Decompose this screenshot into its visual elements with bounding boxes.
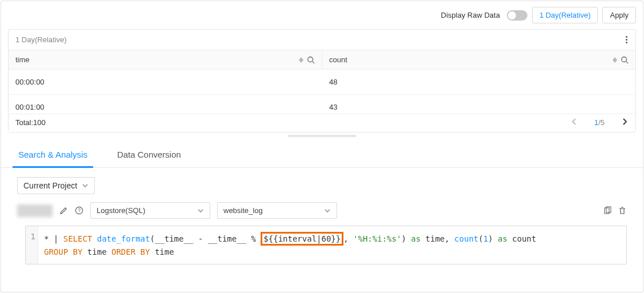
pager-prev-icon[interactable] bbox=[570, 118, 578, 127]
logstore-select[interactable]: Logstore(SQL) bbox=[90, 202, 210, 219]
help-icon[interactable]: ? bbox=[75, 206, 83, 215]
svg-text:?: ? bbox=[78, 207, 81, 213]
results-panel: 1 Day(Relative) time count bbox=[8, 29, 636, 133]
svg-line-1 bbox=[313, 61, 315, 63]
resize-handle[interactable] bbox=[1, 133, 643, 139]
sql-editor[interactable]: 1 * | SELECT date_format(__time__ - __ti… bbox=[25, 226, 627, 264]
table-row: 00:01:00 43 bbox=[9, 95, 635, 114]
col-count-label: count bbox=[329, 55, 347, 64]
cell-time: 00:00:00 bbox=[9, 70, 322, 94]
chevron-down-icon bbox=[82, 182, 89, 189]
dataset-select[interactable]: website_log bbox=[217, 202, 337, 219]
sort-icon[interactable] bbox=[299, 57, 303, 63]
cell-count: 48 bbox=[322, 70, 635, 94]
edit-icon[interactable] bbox=[59, 206, 68, 215]
search-icon[interactable] bbox=[621, 56, 629, 64]
chevron-down-icon bbox=[197, 207, 204, 214]
line-number: 1 bbox=[26, 232, 35, 241]
svg-point-2 bbox=[622, 57, 627, 62]
pager-next-icon[interactable] bbox=[621, 118, 629, 127]
panel-menu-icon[interactable] bbox=[625, 36, 629, 43]
logstore-select-label: Logstore(SQL) bbox=[97, 206, 145, 215]
table-header: time count bbox=[9, 50, 635, 70]
project-dropdown-label: Current Project bbox=[23, 181, 77, 190]
copy-icon[interactable] bbox=[603, 206, 612, 215]
sql-code[interactable]: * | SELECT date_format(__time__ - __time… bbox=[38, 226, 626, 264]
table-row: 00:00:00 48 bbox=[9, 70, 635, 95]
display-raw-toggle[interactable] bbox=[507, 10, 527, 21]
display-raw-label: Display Raw Data bbox=[441, 11, 500, 19]
pager-page: 1/5 bbox=[594, 118, 605, 127]
search-icon[interactable] bbox=[307, 56, 315, 64]
dataset-select-label: website_log bbox=[223, 206, 263, 215]
project-dropdown[interactable]: Current Project bbox=[17, 177, 95, 194]
time-range-button[interactable]: 1 Day(Relative) bbox=[532, 7, 598, 23]
chevron-down-icon bbox=[324, 207, 331, 214]
apply-button[interactable]: Apply bbox=[602, 7, 636, 23]
panel-title: 1 Day(Relative) bbox=[15, 35, 67, 44]
cell-time: 00:01:00 bbox=[9, 95, 322, 114]
tab-search-analysis[interactable]: Search & Analysis bbox=[17, 143, 89, 167]
svg-point-0 bbox=[308, 57, 313, 62]
delete-icon[interactable] bbox=[618, 206, 627, 215]
cell-count: 43 bbox=[322, 95, 635, 114]
total-label: Total:100 bbox=[15, 118, 46, 127]
interval-placeholder: ${{interval|60}} bbox=[261, 232, 343, 246]
tab-data-conversion[interactable]: Data Conversion bbox=[116, 143, 182, 167]
svg-line-3 bbox=[626, 61, 629, 63]
sort-icon[interactable] bbox=[613, 57, 617, 63]
redacted-label bbox=[17, 204, 53, 217]
col-time-label: time bbox=[15, 55, 30, 64]
